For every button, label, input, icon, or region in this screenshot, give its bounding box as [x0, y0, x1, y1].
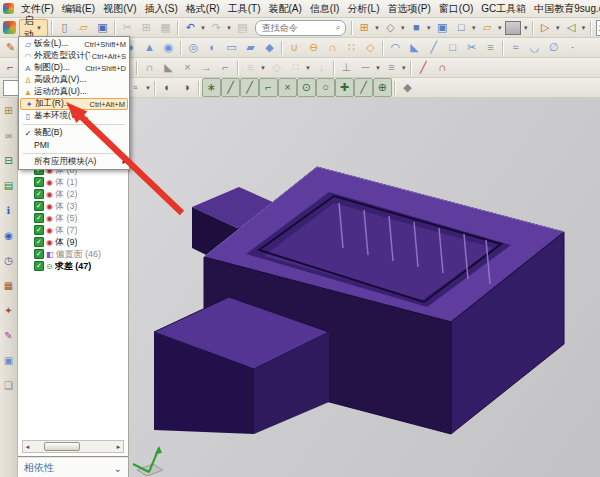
- point-on-curve-icon[interactable]: ╱: [354, 78, 373, 97]
- mirror-curve-icon[interactable]: ◇: [267, 58, 286, 77]
- scroll-left-arrow[interactable]: ◄: [23, 444, 32, 450]
- checkbox-checked-icon[interactable]: ✓: [34, 213, 44, 223]
- new-file-icon[interactable]: ▯: [55, 18, 74, 37]
- menubar-item-1[interactable]: 编辑(E): [58, 1, 99, 17]
- point-on-face-icon[interactable]: ⊕: [373, 78, 392, 97]
- control-point-icon[interactable]: ⌐: [259, 78, 278, 97]
- background-style-button[interactable]: [504, 18, 523, 37]
- wireframe-view-icon[interactable]: □: [452, 18, 471, 37]
- caret-down-icon[interactable]: ▼: [400, 25, 406, 31]
- menubar-item-8[interactable]: 分析(L): [343, 1, 383, 17]
- caret-down-icon[interactable]: ▼: [426, 25, 432, 31]
- tree-row[interactable]: ✓◉体 (2): [18, 188, 128, 200]
- emboss-icon[interactable]: ◆: [260, 38, 279, 57]
- menubar-item-3[interactable]: 插入(S): [140, 1, 181, 17]
- caret-down-icon[interactable]: ▼: [401, 65, 407, 71]
- hole-icon[interactable]: ◎: [184, 38, 203, 57]
- menu-item-manufacturing[interactable]: ✦加工(R)...Ctrl+Alt+M: [20, 98, 128, 110]
- dimension-icon[interactable]: ─: [356, 58, 375, 77]
- constraints-icon[interactable]: ⊥: [337, 58, 356, 77]
- checkbox-checked-icon[interactable]: ✓: [34, 189, 44, 199]
- assembly-navigator-icon[interactable]: ⊞: [1, 103, 16, 118]
- arc-color-icon[interactable]: ∩: [433, 58, 452, 77]
- caret-down-icon[interactable]: ▼: [226, 25, 232, 31]
- project-curve-icon[interactable]: ↓: [312, 58, 331, 77]
- offset-curve-icon[interactable]: ≡: [241, 58, 260, 77]
- edge-blend-icon[interactable]: ◠: [386, 38, 405, 57]
- caret-down-icon[interactable]: ▼: [581, 25, 587, 31]
- tree-row[interactable]: ✓◉体 (7): [18, 224, 128, 236]
- menu-item-motion-simulation[interactable]: ▲运动仿真(U)...: [20, 86, 128, 98]
- quick-trim-icon[interactable]: ×: [178, 58, 197, 77]
- checkbox-checked-icon[interactable]: ✓: [34, 237, 44, 247]
- menubar-item-6[interactable]: 装配(A): [264, 1, 305, 17]
- start-menu-button[interactable]: 启动▼: [19, 19, 48, 37]
- pattern-curve-icon[interactable]: ∷: [286, 58, 305, 77]
- pattern-feature-icon[interactable]: ∷: [342, 38, 361, 57]
- draft-icon[interactable]: ╱: [424, 38, 443, 57]
- orient-view-icon[interactable]: ◇: [381, 18, 400, 37]
- tree-row[interactable]: ✓◉体 (5): [18, 212, 128, 224]
- process-studio-icon[interactable]: ▦: [1, 278, 16, 293]
- command-finder-input[interactable]: [260, 22, 336, 34]
- menu-item-pmi[interactable]: PMI: [20, 139, 128, 151]
- checkbox-checked-icon[interactable]: ✓: [34, 177, 44, 187]
- graphics-viewport[interactable]: [129, 98, 600, 477]
- system-scenes-icon[interactable]: ▣: [1, 353, 16, 368]
- command-finder[interactable]: ⌕: [255, 20, 346, 36]
- tree-row[interactable]: ✓◉体 (1): [18, 176, 128, 188]
- menubar-item-5[interactable]: 工具(T): [224, 1, 265, 17]
- make-corner-icon[interactable]: ⌐: [216, 58, 235, 77]
- search-icon[interactable]: ⌕: [336, 22, 341, 33]
- hd3d-tools-icon[interactable]: ℹ: [1, 203, 16, 218]
- quick-extend-icon[interactable]: →: [197, 58, 216, 77]
- copy-icon[interactable]: ⊞: [137, 18, 156, 37]
- quadrant-point-icon[interactable]: ○: [316, 78, 335, 97]
- tree-row[interactable]: ✓⊖求差 (47): [18, 260, 128, 272]
- end-point-icon[interactable]: ╱: [221, 78, 240, 97]
- menu-item-gateway[interactable]: ▯基本环境(W)...: [20, 110, 128, 122]
- shaded-edges-view-icon[interactable]: ▣: [433, 18, 452, 37]
- sketch-chamfer-icon[interactable]: ◣: [159, 58, 178, 77]
- caret-down-icon[interactable]: ▼: [260, 65, 266, 71]
- open-file-icon[interactable]: ▱: [74, 18, 93, 37]
- scroll-thumb[interactable]: [44, 442, 80, 451]
- cut-icon[interactable]: ✂: [118, 18, 137, 37]
- boss-icon[interactable]: ◐: [203, 38, 222, 57]
- redo-icon[interactable]: ↷: [207, 18, 226, 37]
- roles-icon[interactable]: ✎: [1, 328, 16, 343]
- dependencies-section-header[interactable]: 相依性 ⌄: [18, 456, 128, 477]
- menu-item-all-applications[interactable]: 所有应用模块(A)▸: [20, 156, 128, 168]
- unite-icon[interactable]: ∪: [285, 38, 304, 57]
- caret-down-icon[interactable]: ▼: [200, 25, 206, 31]
- mirror-feature-icon[interactable]: ◇: [361, 38, 380, 57]
- caret-down-icon[interactable]: ▼: [555, 25, 561, 31]
- menu-item-advanced-simulation[interactable]: ∆高级仿真(V)...: [20, 74, 128, 86]
- intersection-point-icon[interactable]: ×: [278, 78, 297, 97]
- save-icon[interactable]: ▣: [93, 18, 112, 37]
- tree-row[interactable]: ✓◉体 (3): [18, 200, 128, 212]
- window-layout-icon[interactable]: ⊞: [355, 18, 374, 37]
- paste-icon[interactable]: ▦: [156, 18, 175, 37]
- tree-row[interactable]: ✓◉体 (9): [18, 236, 128, 248]
- manufacturing-wizard-icon[interactable]: ✦: [1, 303, 16, 318]
- history-icon[interactable]: ◷: [1, 253, 16, 268]
- line-color-icon[interactable]: ╱: [414, 58, 433, 77]
- trim-body-icon[interactable]: ✂: [462, 38, 481, 57]
- menubar-item-11[interactable]: GC工具箱: [477, 1, 530, 17]
- part-navigator-icon[interactable]: ⊟: [1, 153, 16, 168]
- web-browser-icon[interactable]: ◉: [1, 228, 16, 243]
- caret-down-icon[interactable]: ▼: [305, 65, 311, 71]
- menu-item-assemblies[interactable]: ✓装配(B): [20, 127, 128, 139]
- checkbox-checked-icon[interactable]: ✓: [34, 225, 44, 235]
- offset-surface-icon[interactable]: ≡: [481, 38, 500, 57]
- arc-center-icon[interactable]: ⊙: [297, 78, 316, 97]
- pad-icon[interactable]: ▰: [241, 38, 260, 57]
- existing-point-icon[interactable]: ✚: [335, 78, 354, 97]
- menubar-item-9[interactable]: 首选项(P): [384, 1, 435, 17]
- immersive-show-icon[interactable]: ◁: [562, 18, 581, 37]
- pocket-icon[interactable]: ▭: [222, 38, 241, 57]
- caret-down-icon[interactable]: ▼: [497, 25, 503, 31]
- menubar-item-7[interactable]: 信息(I): [306, 1, 343, 17]
- menu-item-shape-studio[interactable]: ◠外观造型设计(T)...Ctrl+Alt+S: [20, 50, 128, 62]
